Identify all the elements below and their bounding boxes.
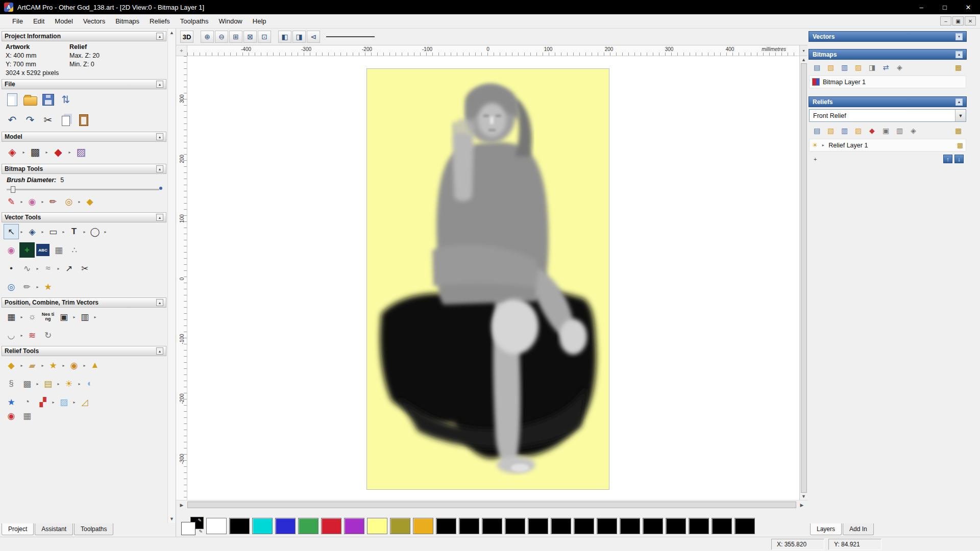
- maximize-button[interactable]: □: [933, 0, 957, 14]
- palette-swatch[interactable]: [666, 518, 686, 534]
- scroll-down-button[interactable]: ▼: [169, 516, 174, 521]
- collapse-section-button[interactable]: ▲: [156, 214, 163, 221]
- transform-vectors-icon[interactable]: ◈: [24, 224, 40, 239]
- delete-relief-layer-icon[interactable]: ◆: [866, 125, 878, 136]
- flyout-arrow-icon[interactable]: ▸: [19, 315, 24, 319]
- block-copy-icon[interactable]: ▦: [4, 309, 19, 324]
- minimize-button[interactable]: –: [910, 0, 933, 14]
- model-picture-icon[interactable]: ▨: [72, 143, 90, 161]
- layer-visibility-icon[interactable]: ☀: [812, 141, 818, 149]
- relief-options-icon[interactable]: ▩: [952, 125, 964, 136]
- weave-wizard-icon[interactable]: ▩: [19, 376, 35, 391]
- mdi-minimize-button[interactable]: –: [940, 16, 951, 26]
- fg-bg-colour-selector[interactable]: ✎ ✎: [181, 517, 204, 535]
- collapse-section-button[interactable]: ▲: [955, 51, 963, 58]
- flyout-arrow-icon[interactable]: ▸: [56, 382, 61, 386]
- mdi-restore-button[interactable]: ▣: [952, 16, 964, 26]
- toggle-3d-view-button[interactable]: 3D: [180, 31, 193, 43]
- palette-swatch[interactable]: [390, 518, 410, 534]
- tab-toolpaths[interactable]: Toolpaths: [74, 523, 113, 535]
- palette-swatch[interactable]: [482, 518, 502, 534]
- collapse-section-button[interactable]: ▲: [156, 81, 163, 88]
- select-vectors-icon[interactable]: ↖: [4, 224, 19, 239]
- trim-vectors-icon[interactable]: ✂: [77, 261, 92, 276]
- palette-swatch[interactable]: [367, 518, 387, 534]
- canvas-2d-view[interactable]: 300 200 100 0 -100 -200 -300: [176, 56, 807, 500]
- flyout-arrow-icon[interactable]: ▸: [19, 333, 24, 338]
- menu-toolpaths[interactable]: Toolpaths: [175, 15, 214, 27]
- paste-text-icon[interactable]: ABC: [35, 242, 51, 258]
- palette-swatch[interactable]: [597, 518, 617, 534]
- tab-project[interactable]: Project: [2, 523, 34, 535]
- collapse-section-button[interactable]: ▲: [156, 347, 163, 355]
- dropdown-arrow-icon[interactable]: ▼: [955, 110, 966, 121]
- flyout-arrow-icon[interactable]: ▸: [40, 363, 45, 368]
- redo-icon[interactable]: ↷: [21, 111, 39, 129]
- move-layer-up-button[interactable]: ↑: [943, 155, 952, 163]
- palette-swatch[interactable]: [689, 518, 709, 534]
- create-ellipse-icon[interactable]: ◯: [87, 224, 103, 239]
- palette-swatch[interactable]: [275, 518, 296, 534]
- previous-view-icon[interactable]: ◧: [278, 31, 291, 43]
- relief-envelope-icon[interactable]: ◐: [82, 376, 97, 391]
- extrude-relief-icon[interactable]: ▲: [87, 358, 103, 373]
- relief-mesh-icon[interactable]: ▦: [19, 411, 35, 420]
- palette-swatch[interactable]: [436, 518, 456, 534]
- create-rectangle-icon[interactable]: ▭: [45, 224, 61, 239]
- new-relief-layer-icon[interactable]: ▤: [811, 125, 823, 136]
- link-layer-icon[interactable]: ◈: [894, 62, 905, 72]
- zoom-objects-icon[interactable]: ⊠: [243, 31, 257, 43]
- flyout-arrow-icon[interactable]: ▸: [77, 382, 82, 386]
- angled-plane-icon[interactable]: ◿: [77, 394, 92, 410]
- scroll-up-button[interactable]: ▲: [800, 57, 808, 62]
- palette-swatch[interactable]: [206, 518, 227, 534]
- copy-icon[interactable]: [57, 111, 75, 129]
- import-bitmap-icon[interactable]: ▨: [852, 62, 864, 72]
- menu-help[interactable]: Help: [248, 15, 272, 27]
- fit-curve-icon[interactable]: ≈: [40, 261, 56, 276]
- open-model-icon[interactable]: [21, 91, 39, 108]
- flyout-arrow-icon[interactable]: ▸: [67, 150, 72, 155]
- create-point-icon[interactable]: •: [4, 261, 19, 276]
- wrap-cylinder-icon[interactable]: ◎: [4, 279, 19, 294]
- palette-swatch[interactable]: [252, 518, 273, 534]
- zoom-out-icon[interactable]: ⊖: [215, 31, 228, 43]
- flyout-arrow-icon[interactable]: ▸: [21, 150, 26, 155]
- open-bitmap-layer-icon[interactable]: ▧: [825, 62, 837, 72]
- flyout-arrow-icon[interactable]: ▸: [19, 199, 24, 204]
- menu-file[interactable]: File: [7, 15, 28, 27]
- relief-layer-row[interactable]: ☀ ▸ Relief Layer 1 ▩: [809, 139, 966, 152]
- save-model-icon[interactable]: [39, 91, 57, 108]
- flyout-arrow-icon[interactable]: ▸: [93, 315, 97, 319]
- next-view-icon[interactable]: ◨: [292, 31, 306, 43]
- flyout-arrow-icon[interactable]: ▸: [72, 315, 77, 319]
- flyout-arrow-icon[interactable]: ▸: [40, 230, 45, 234]
- dome-relief-icon[interactable]: ◉: [66, 358, 82, 373]
- collapse-section-button[interactable]: ▲: [156, 33, 163, 40]
- create-text-icon[interactable]: T: [66, 224, 82, 239]
- relief-properties-icon[interactable]: ◈: [908, 125, 919, 136]
- flyout-arrow-icon[interactable]: ▸: [82, 363, 87, 368]
- scroll-up-button[interactable]: ▲: [169, 30, 174, 35]
- palette-swatch[interactable]: [459, 518, 479, 534]
- zoom-in-icon[interactable]: ⊕: [201, 31, 214, 43]
- nesting-icon[interactable]: Nes ting: [40, 309, 56, 324]
- scroll-left-button[interactable]: ▶: [178, 503, 186, 508]
- smooth-relief-icon[interactable]: ▰: [24, 358, 40, 373]
- tab-assistant[interactable]: Assistant: [35, 523, 73, 535]
- open-relief-layer-icon[interactable]: ▧: [825, 125, 837, 136]
- menu-reliefs[interactable]: Reliefs: [144, 15, 175, 27]
- interactive-sculpting-icon[interactable]: ☀: [61, 376, 77, 391]
- offset-relief-icon[interactable]: ◔: [19, 394, 35, 410]
- flyout-arrow-icon[interactable]: ▸: [51, 400, 56, 405]
- palette-swatch[interactable]: [229, 518, 250, 534]
- vector-doctor-icon[interactable]: ◉: [4, 242, 19, 258]
- palette-swatch[interactable]: [321, 518, 341, 534]
- brush-diameter-slider[interactable]: [7, 189, 159, 190]
- flyout-arrow-icon[interactable]: ▸: [19, 363, 24, 368]
- menu-vectors[interactable]: Vectors: [78, 15, 110, 27]
- palette-swatch[interactable]: [574, 518, 594, 534]
- relief-layer-stack-icon[interactable]: ▤: [40, 376, 56, 391]
- layer-options-icon[interactable]: ▩: [952, 62, 964, 72]
- import-relief-icon[interactable]: ▨: [852, 125, 864, 136]
